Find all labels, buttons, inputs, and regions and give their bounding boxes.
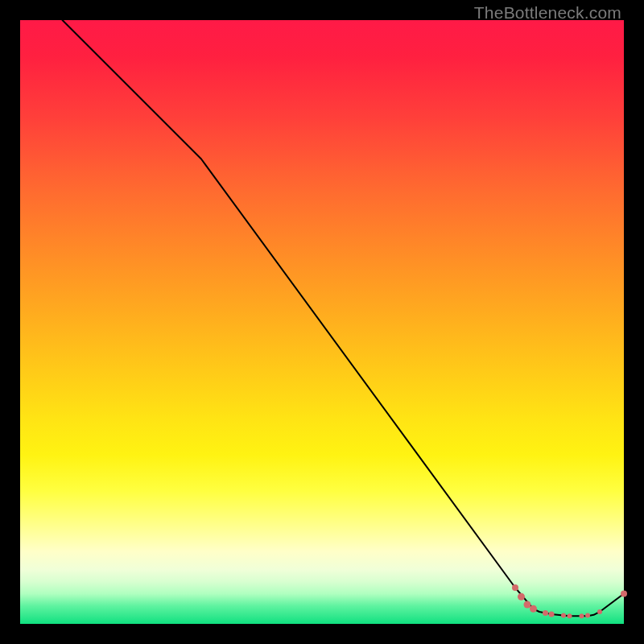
curve-marker	[543, 610, 548, 616]
curve-marker	[530, 605, 537, 613]
curve-marker	[561, 613, 566, 618]
curve-marker	[518, 593, 525, 601]
curve-marker	[512, 584, 518, 591]
curve-marker	[580, 613, 584, 618]
curve-marker	[549, 612, 555, 617]
chart-svg	[0, 0, 644, 644]
curve-markers	[512, 584, 627, 618]
chart-stage: TheBottleneck.com	[0, 0, 644, 644]
bottleneck-curve	[63, 20, 625, 616]
curve-marker	[568, 613, 572, 618]
curve-marker	[585, 613, 590, 618]
curve-marker	[524, 601, 531, 609]
curve-marker	[621, 591, 627, 597]
curve-marker	[597, 609, 602, 614]
